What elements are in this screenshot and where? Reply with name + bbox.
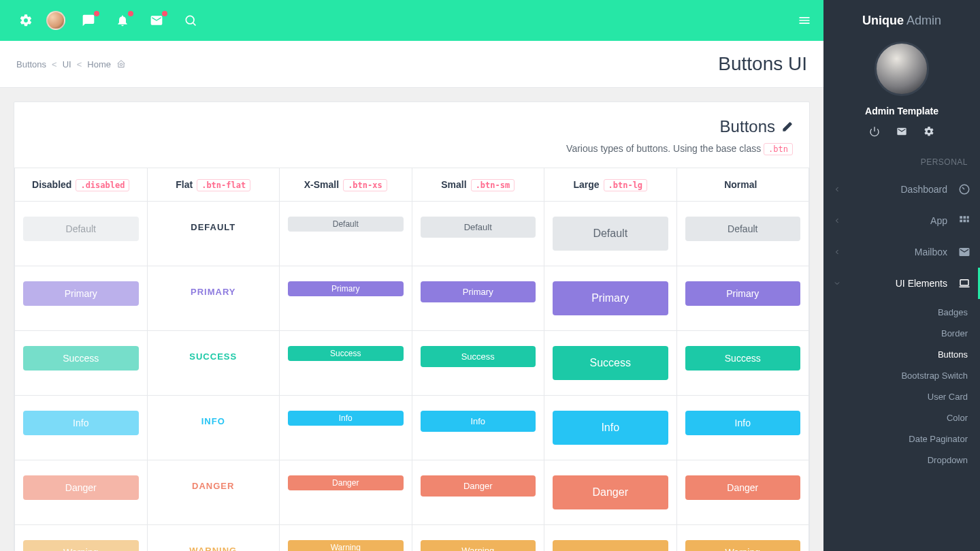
button-normal-danger[interactable]: Danger [685, 475, 801, 500]
table-cell: Default [15, 202, 148, 266]
laptop-icon [958, 277, 970, 289]
page-title: Buttons UI [718, 53, 807, 75]
gear-icon[interactable] [924, 126, 934, 137]
subnav-item-user-card[interactable]: User Card [823, 386, 980, 407]
table-cell: Warning [15, 525, 148, 552]
subnav-item-border[interactable]: Border [823, 323, 980, 344]
card-title: Buttons [720, 117, 775, 136]
mail-icon[interactable] [143, 7, 170, 34]
table-cell: Success [280, 331, 412, 396]
sidebar-item-mailbox[interactable]: Mailbox [823, 236, 980, 268]
table-cell: Warning [676, 525, 809, 552]
button-large-success[interactable]: Success [553, 346, 668, 380]
chevron-icon [833, 248, 841, 256]
breadcrumb-sep: < [52, 59, 57, 69]
col-header: Disabled.disabled [15, 168, 148, 202]
mail-icon[interactable] [896, 126, 907, 137]
button-flat-primary[interactable]: PRIMARY [184, 281, 242, 302]
sidebar-avatar[interactable] [875, 42, 929, 96]
button-normal-info[interactable]: Info [685, 411, 801, 435]
subnav-item-dropdown[interactable]: Dropdown [823, 450, 980, 471]
button-large-warning[interactable]: Warning [553, 540, 668, 551]
button-normal-success[interactable]: Success [685, 346, 801, 371]
user-avatar-top[interactable] [46, 11, 65, 30]
button-small-success[interactable]: Success [421, 346, 536, 367]
bell-icon[interactable] [109, 7, 136, 34]
subnav-item-color[interactable]: Color [823, 407, 980, 428]
hamburger-icon[interactable] [798, 14, 811, 27]
sidebar-item-app[interactable]: App [823, 205, 980, 236]
svg-rect-3 [964, 216, 966, 219]
button-flat-info[interactable]: INFO [195, 411, 232, 432]
button-normal-warning[interactable]: Warning [685, 540, 801, 551]
subnav-item-badges[interactable]: Badges [823, 302, 980, 323]
button-normal-primary[interactable]: Primary [685, 281, 801, 306]
table-cell: Danger [15, 460, 148, 525]
col-header: Large.btn-lg [544, 168, 677, 202]
button-large-info[interactable]: Info [553, 411, 668, 445]
search-icon[interactable] [177, 7, 204, 34]
button-normal-default[interactable]: Default [685, 217, 801, 241]
table-cell: Default [280, 202, 412, 266]
mail-icon [958, 246, 970, 258]
svg-rect-7 [967, 220, 969, 223]
button-flat-danger[interactable]: DANGER [185, 475, 241, 497]
home-icon[interactable] [116, 59, 126, 69]
breadcrumb-home[interactable]: Home [87, 59, 111, 69]
buttons-card: Buttons Various types of buttons. Using … [14, 101, 810, 551]
table-row: PrimaryPRIMARYPrimaryPrimaryPrimaryPrima… [15, 266, 809, 331]
brand[interactable]: Unique Admin [823, 0, 980, 35]
table-cell: Warning [412, 525, 544, 552]
table-cell: Warning [544, 525, 677, 552]
sidebar: Unique Admin Admin Template PERSONAL Das… [823, 0, 980, 551]
breadcrumb-buttons[interactable]: Buttons [16, 59, 46, 69]
button-disabled-warning[interactable]: Warning [23, 540, 139, 551]
sidebar-item-ui-elements[interactable]: UI Elements [823, 268, 980, 299]
sidebar-item-dashboard[interactable]: Dashboard [823, 174, 980, 205]
settings-icon[interactable] [12, 7, 39, 34]
button-xsmall-danger[interactable]: Danger [288, 475, 404, 490]
button-small-danger[interactable]: Danger [421, 475, 536, 497]
button-large-danger[interactable]: Danger [553, 475, 668, 509]
sidebar-item-label: Dashboard [901, 184, 948, 195]
sidebar-item-label: App [930, 215, 947, 226]
button-disabled-primary[interactable]: Primary [23, 281, 139, 306]
button-small-default[interactable]: Default [421, 217, 536, 238]
subnav-item-bootstrap-switch[interactable]: Bootstrap Switch [823, 365, 980, 386]
button-xsmall-success[interactable]: Success [288, 346, 404, 361]
button-large-primary[interactable]: Primary [553, 281, 668, 315]
topbar [0, 0, 823, 41]
notification-dot [94, 11, 99, 16]
col-header: X-Small.btn-xs [280, 168, 412, 202]
button-large-default[interactable]: Default [553, 217, 668, 251]
breadcrumb-ui[interactable]: UI [63, 59, 71, 69]
power-icon[interactable] [869, 126, 880, 137]
button-small-warning[interactable]: Warning [421, 540, 536, 551]
subnav-item-date-paginator[interactable]: Date Paginator [823, 428, 980, 450]
button-xsmall-primary[interactable]: Primary [288, 281, 404, 296]
button-xsmall-default[interactable]: Default [288, 217, 404, 232]
pencil-icon[interactable] [782, 121, 793, 132]
button-disabled-danger[interactable]: Danger [23, 475, 139, 500]
button-small-primary[interactable]: Primary [421, 281, 536, 302]
button-xsmall-info[interactable]: Info [288, 411, 404, 426]
button-flat-warning[interactable]: WARNING [182, 540, 244, 551]
col-header: Small.btn-sm [412, 168, 544, 202]
button-flat-default[interactable]: DEFAULT [184, 217, 242, 238]
table-cell: WARNING [147, 525, 280, 552]
table-cell: Warning [280, 525, 412, 552]
button-small-info[interactable]: Info [421, 411, 536, 432]
chat-icon[interactable] [75, 7, 102, 34]
notification-dot [162, 11, 167, 16]
sidebar-username: Admin Template [823, 106, 980, 116]
table-cell: Primary [15, 266, 148, 331]
button-disabled-success[interactable]: Success [23, 346, 139, 371]
table-cell: Info [280, 396, 412, 460]
button-disabled-info[interactable]: Info [23, 411, 139, 435]
table-cell: DANGER [147, 460, 280, 525]
button-flat-success[interactable]: SUCCESS [182, 346, 244, 367]
subnav-item-buttons[interactable]: Buttons [823, 344, 980, 365]
button-disabled-default[interactable]: Default [23, 217, 139, 241]
button-xsmall-warning[interactable]: Warning [288, 540, 404, 551]
buttons-table: Disabled.disabledFlat.btn-flatX-Small.bt… [14, 168, 809, 551]
